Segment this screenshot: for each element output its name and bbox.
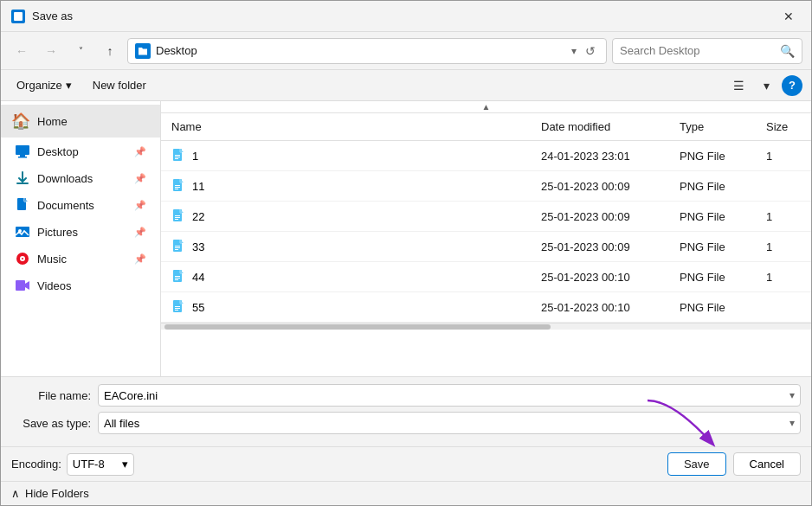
sidebar-desktop-label: Desktop: [37, 145, 127, 158]
filename-row: File name: ▾: [11, 384, 801, 407]
encoding-label: Encoding:: [11, 458, 61, 471]
view-toggle-button[interactable]: ☰: [726, 74, 751, 98]
file-size: [759, 183, 811, 189]
svg-rect-27: [175, 247, 180, 248]
music-icon: [15, 251, 30, 266]
desktop-icon: [15, 144, 30, 159]
svg-rect-18: [175, 185, 180, 186]
filename-input-wrap[interactable]: ▾: [98, 384, 801, 407]
file-size: 1: [759, 207, 811, 227]
view-dropdown-icon: ▾: [764, 79, 770, 93]
sidebar-item-music[interactable]: Music 📌: [4, 246, 157, 272]
scroll-thumb[interactable]: [164, 324, 551, 330]
sidebar-item-videos[interactable]: Videos: [4, 272, 157, 298]
view-dropdown-button[interactable]: ▾: [754, 74, 778, 98]
column-headers: Name Date modified Type Size: [161, 113, 811, 141]
horizontal-scrollbar[interactable]: [161, 323, 811, 330]
home-label: Home: [37, 115, 68, 128]
save-button[interactable]: Save: [667, 452, 726, 476]
table-row[interactable]: 33 25-01-2023 00:09 PNG File 1: [161, 232, 811, 262]
new-folder-button[interactable]: New folder: [86, 76, 153, 94]
col-header-name[interactable]: Name: [161, 117, 534, 137]
sidebar-music-label: Music: [37, 253, 127, 266]
address-text: Desktop: [156, 44, 566, 57]
file-size: 1: [759, 267, 811, 287]
address-chevron-icon: ▾: [571, 45, 577, 57]
svg-rect-30: [175, 276, 180, 277]
file-list: ▲ Name Date modified Type Size: [161, 101, 811, 376]
sidebar-item-documents[interactable]: Documents 📌: [4, 192, 157, 218]
col-header-date[interactable]: Date modified: [534, 117, 673, 137]
pictures-icon: [15, 224, 30, 240]
table-row[interactable]: 55 25-01-2023 00:10 PNG File: [161, 292, 811, 323]
desktop-pin-icon: 📌: [134, 146, 146, 157]
svg-rect-20: [175, 189, 178, 189]
encoding-chevron-icon: ▾: [122, 458, 128, 471]
svg-rect-36: [175, 310, 178, 311]
cancel-button[interactable]: Cancel: [733, 452, 801, 476]
file-date: 25-01-2023 00:09: [534, 237, 673, 257]
encoding-value: UTF-8: [73, 458, 105, 471]
svg-rect-11: [16, 280, 25, 291]
svg-rect-23: [175, 217, 180, 218]
dropdown-button[interactable]: ˅: [68, 39, 93, 63]
music-pin-icon: 📌: [134, 253, 146, 265]
encoding-area: Encoding: UTF-8 ▾: [11, 453, 134, 476]
address-bar[interactable]: Desktop ▾ ↺: [127, 38, 607, 64]
encoding-select[interactable]: UTF-8 ▾: [67, 453, 134, 476]
home-icon: 🏠: [11, 112, 30, 131]
forward-button[interactable]: →: [39, 39, 63, 63]
organize-button[interactable]: Organize ▾: [10, 76, 79, 94]
filename-chevron-icon: ▾: [789, 389, 795, 401]
saveastype-label: Save as type:: [11, 417, 98, 430]
sidebar-item-pictures[interactable]: Pictures 📌: [4, 219, 157, 245]
up-button[interactable]: ↑: [98, 39, 122, 63]
title-bar: Save as ✕: [1, 1, 811, 32]
svg-rect-32: [175, 279, 178, 280]
back-button[interactable]: ←: [10, 39, 34, 63]
close-button[interactable]: ✕: [777, 4, 801, 29]
file-name: 44: [192, 271, 204, 284]
help-button[interactable]: ?: [782, 75, 802, 96]
file-name: 55: [192, 301, 204, 314]
col-header-type[interactable]: Type: [673, 117, 759, 137]
hide-folders-bar[interactable]: ∧ Hide Folders: [1, 481, 811, 505]
downloads-icon: [15, 170, 30, 186]
saveastype-input-wrap[interactable]: ▾: [98, 412, 801, 434]
table-row[interactable]: 44 25-01-2023 00:10 PNG File 1: [161, 262, 811, 292]
organize-chevron-icon: ▾: [66, 79, 72, 92]
svg-rect-19: [175, 187, 180, 188]
table-row[interactable]: 22 25-01-2023 00:09 PNG File 1: [161, 202, 811, 232]
search-input[interactable]: [620, 44, 775, 57]
file-type: PNG File: [673, 298, 759, 317]
pictures-pin-icon: 📌: [134, 227, 146, 238]
svg-rect-16: [175, 158, 178, 159]
svg-rect-14: [175, 155, 180, 156]
file-size: 1: [759, 146, 811, 166]
svg-rect-2: [20, 155, 25, 157]
file-type: PNG File: [673, 176, 759, 196]
file-type: PNG File: [673, 267, 759, 287]
saveastype-chevron-icon: ▾: [789, 417, 795, 429]
svg-rect-34: [175, 306, 180, 307]
col-header-size[interactable]: Size: [759, 117, 811, 137]
file-icon: [171, 208, 187, 224]
table-row[interactable]: 11 25-01-2023 00:09 PNG File: [161, 171, 811, 202]
footer: Encoding: UTF-8 ▾ Save Cancel: [1, 446, 811, 481]
sidebar: 🏠 Home Desktop 📌 Downloads 📌: [1, 101, 161, 376]
search-bar[interactable]: 🔍: [612, 38, 802, 64]
file-type: PNG File: [673, 146, 759, 166]
sidebar-item-home[interactable]: 🏠 Home: [1, 105, 160, 138]
filename-input[interactable]: [104, 389, 789, 402]
scroll-up-indicator: ▲: [161, 101, 811, 112]
file-size: 1: [759, 237, 811, 257]
organize-label: Organize: [16, 79, 62, 92]
file-name: 33: [192, 240, 204, 253]
refresh-button[interactable]: ↺: [582, 44, 599, 58]
sidebar-item-downloads[interactable]: Downloads 📌: [4, 165, 157, 191]
sidebar-item-desktop[interactable]: Desktop 📌: [4, 138, 157, 164]
file-date: 24-01-2023 23:01: [534, 146, 673, 166]
saveastype-input[interactable]: [104, 417, 789, 430]
table-row[interactable]: 1 24-01-2023 23:01 PNG File 1: [161, 141, 811, 171]
address-folder-icon: [135, 43, 151, 59]
